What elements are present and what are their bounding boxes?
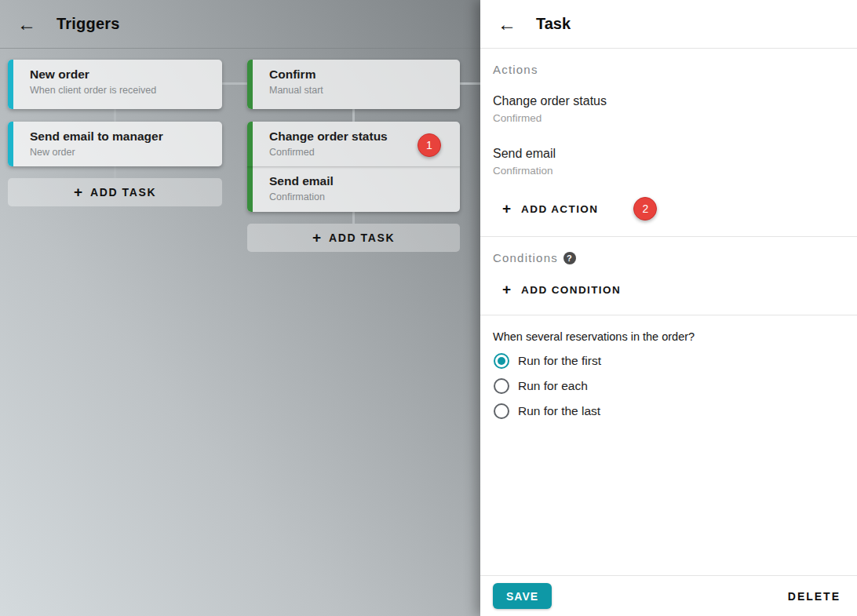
conditions-section: Conditions ? + ADD CONDITION <box>480 251 857 301</box>
actions-section: Actions Change order status Confirmed Se… <box>480 63 857 221</box>
radio-button-icon[interactable] <box>494 403 509 419</box>
add-condition-button[interactable]: + ADD CONDITION <box>493 278 844 301</box>
plus-icon: + <box>502 201 511 216</box>
card-title: Send email to manager <box>30 129 211 144</box>
trigger-accent-bar <box>8 60 13 109</box>
page-title: Triggers <box>57 15 120 33</box>
add-task-button-column-2[interactable]: + ADD TASK <box>247 224 460 252</box>
connector-line <box>222 82 247 85</box>
plus-icon: + <box>74 184 82 199</box>
radio-run-for-the-last[interactable]: Run for the last <box>493 403 844 420</box>
add-task-button-column-1[interactable]: + ADD TASK <box>8 178 222 206</box>
plus-icon: + <box>312 230 321 245</box>
conditions-label-text: Conditions <box>493 251 558 264</box>
card-subtitle: New order <box>30 147 211 158</box>
connector-line <box>460 82 480 85</box>
card-subtitle: When client order is received <box>30 85 211 96</box>
add-action-label: ADD ACTION <box>521 203 598 215</box>
card-subtitle: Confirmation <box>269 191 449 202</box>
radio-label: Run for each <box>518 379 588 393</box>
radio-label: Run for the first <box>518 354 601 368</box>
run-mode-question: When several reservations in the order? <box>493 329 844 344</box>
panel-footer: SAVE DELETE <box>480 575 857 616</box>
card-title: New order <box>30 67 211 82</box>
connector-line <box>114 166 116 178</box>
stack-row-send-email[interactable]: Send email Confirmation <box>247 166 460 211</box>
action-item-send-email[interactable]: Send email Confirmation <box>493 147 844 177</box>
back-button[interactable]: ← <box>11 9 42 40</box>
task-accent-bar <box>247 60 253 109</box>
badge-count: 2 <box>642 202 648 215</box>
card-title: Send email <box>269 174 449 188</box>
task-panel-header: ← Task <box>480 0 857 49</box>
section-divider <box>480 315 857 315</box>
help-icon[interactable]: ? <box>563 252 576 264</box>
arrow-left-icon: ← <box>498 13 516 35</box>
trigger-card-new-order[interactable]: New order When client order is received <box>8 60 222 109</box>
trigger-accent-bar <box>8 122 13 166</box>
section-divider <box>480 236 857 237</box>
workflow-canvas: ← Triggers New order When client order i… <box>0 0 480 616</box>
radio-button-icon[interactable] <box>494 378 509 394</box>
step-badge: 2 <box>633 197 657 221</box>
question-mark-glyph: ? <box>567 253 573 263</box>
save-button[interactable]: SAVE <box>493 583 552 609</box>
task-detail-panel: ← Task Actions Change order status Confi… <box>480 0 857 616</box>
action-title: Change order status <box>493 94 844 108</box>
action-subtitle: Confirmation <box>493 165 844 177</box>
run-mode-section: When several reservations in the order? … <box>480 329 857 420</box>
actions-label: Actions <box>493 63 844 76</box>
connector-line <box>114 109 116 122</box>
radio-button-icon[interactable] <box>494 353 509 369</box>
stack-row-change-order-status[interactable]: Change order status Confirmed 1 <box>247 122 460 166</box>
add-task-label: ADD TASK <box>90 186 156 199</box>
add-condition-label: ADD CONDITION <box>521 284 621 296</box>
connector-line <box>352 212 355 224</box>
task-card-confirm[interactable]: Confirm Manual start <box>247 60 460 109</box>
add-task-label: ADD TASK <box>329 231 395 244</box>
action-subtitle: Confirmed <box>493 112 844 124</box>
radio-run-for-each[interactable]: Run for each <box>493 377 844 395</box>
action-item-change-order-status[interactable]: Change order status Confirmed <box>493 94 844 124</box>
trigger-card-send-email-manager[interactable]: Send email to manager New order <box>8 122 222 166</box>
delete-button[interactable]: DELETE <box>788 590 841 603</box>
triggers-header: ← Triggers <box>0 0 480 49</box>
connector-line <box>352 109 355 122</box>
radio-run-for-the-first[interactable]: Run for the first <box>493 352 844 370</box>
back-button[interactable]: ← <box>491 9 523 40</box>
add-action-button[interactable]: + ADD ACTION 2 <box>493 197 844 221</box>
conditions-label: Conditions ? <box>493 251 844 264</box>
step-badge: 1 <box>418 133 441 157</box>
arrow-left-icon: ← <box>17 13 36 35</box>
radio-label: Run for the last <box>518 404 600 418</box>
card-title: Confirm <box>269 67 449 82</box>
action-title: Send email <box>493 147 844 161</box>
badge-count: 1 <box>426 139 432 151</box>
task-card-stack[interactable]: Change order status Confirmed 1 Send ema… <box>247 122 460 212</box>
card-subtitle: Manual start <box>269 85 449 96</box>
plus-icon: + <box>502 282 511 297</box>
panel-title: Task <box>536 15 571 33</box>
